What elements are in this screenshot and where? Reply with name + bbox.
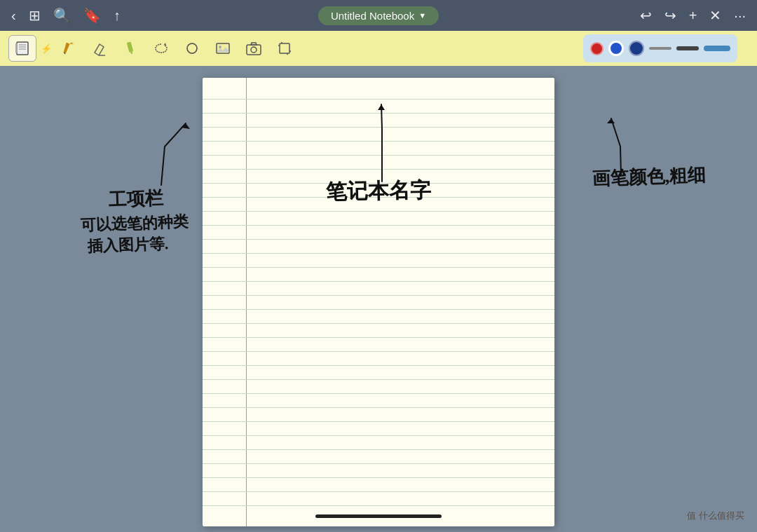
color-dark-line[interactable]: [676, 46, 699, 50]
toolbar-annotation-line2: 插入图片等.: [86, 235, 168, 255]
notebook-icon: [14, 40, 31, 57]
page-line: [203, 225, 554, 226]
highlighter-icon: [122, 40, 139, 57]
svg-rect-12: [247, 45, 261, 55]
share-button[interactable]: ↑: [114, 8, 121, 24]
watermark-text: 值 什么值得买: [687, 510, 744, 521]
page-line: [203, 253, 554, 254]
page-line: [203, 155, 554, 156]
lasso-icon: [153, 40, 170, 57]
color-blue[interactable]: [608, 41, 624, 56]
page-line: [203, 281, 554, 282]
tool-notebook[interactable]: [8, 35, 36, 62]
page-line: [203, 99, 554, 100]
page-line: [203, 141, 554, 142]
header-left-nav: ‹ ⊞ 🔍 🔖 ↑: [11, 7, 121, 24]
svg-marker-21: [607, 118, 615, 123]
camera-icon: [245, 40, 262, 57]
page-line: [203, 463, 554, 464]
bookmark-button[interactable]: 🔖: [83, 7, 101, 24]
svg-point-11: [219, 46, 221, 48]
page-line: [203, 477, 554, 478]
svg-rect-7: [127, 42, 133, 53]
eraser-icon: [91, 40, 108, 57]
page-line: [203, 393, 554, 394]
page-line: [203, 407, 554, 408]
svg-point-13: [251, 47, 257, 53]
add-button[interactable]: +: [689, 8, 697, 24]
page-line: [203, 351, 554, 352]
redo-button[interactable]: ↪: [664, 7, 676, 24]
svg-marker-19: [181, 123, 190, 129]
tool-camera[interactable]: [240, 35, 268, 62]
page-line: [203, 337, 554, 338]
more-button[interactable]: ···: [734, 8, 746, 24]
image-icon: [214, 40, 231, 57]
crop-icon: [276, 40, 293, 57]
notebook-title-button[interactable]: Untitled Notebook ▼: [318, 6, 439, 25]
page-line: [203, 421, 554, 422]
tool-crop[interactable]: [271, 35, 299, 62]
page-line: [203, 267, 554, 268]
notebook-page[interactable]: [203, 78, 554, 526]
back-button[interactable]: ‹: [11, 8, 16, 24]
svg-rect-14: [280, 43, 289, 53]
grid-button[interactable]: ⊞: [29, 7, 41, 24]
page-line: [203, 323, 554, 324]
tool-lasso[interactable]: [147, 35, 175, 62]
page-line: [203, 211, 554, 212]
chevron-down-icon: ▼: [418, 11, 426, 20]
page-bottom-bar: [315, 514, 442, 518]
page-line: [203, 183, 554, 184]
page-margin-line: [246, 78, 247, 526]
notebook-title-text: Untitled Notebook: [331, 10, 414, 22]
toolbar: ⚡: [0, 31, 757, 66]
tool-shapes[interactable]: [178, 35, 206, 62]
undo-button[interactable]: ↩: [640, 7, 652, 24]
bluetooth-indicator: ⚡: [41, 43, 52, 54]
toolbar-annotation-line1: 可以选笔的种类: [80, 213, 189, 234]
header-bar: ‹ ⊞ 🔍 🔖 ↑ Untitled Notebook ▼ ↩ ↪ + ✕ ··…: [0, 0, 757, 31]
page-line: [203, 449, 554, 450]
page-line: [203, 197, 554, 198]
shapes-icon: [184, 40, 200, 57]
page-line: [203, 505, 554, 506]
tool-eraser[interactable]: [86, 35, 114, 62]
header-center: Untitled Notebook ▼: [318, 6, 439, 25]
page-line: [203, 127, 554, 128]
page-line: [203, 379, 554, 380]
page-line: [203, 309, 554, 310]
page-line: [203, 239, 554, 240]
color-palette: [583, 34, 737, 62]
watermark: 值 什么值得买: [687, 510, 744, 522]
page-line: [203, 113, 554, 114]
tool-highlighter[interactable]: [116, 35, 144, 62]
page-line: [203, 435, 554, 436]
pen-icon: [60, 40, 77, 57]
color-gray-line[interactable]: [649, 47, 671, 50]
page-line: [203, 491, 554, 492]
page-lines: [203, 78, 554, 526]
header-right-nav: ↩ ↪ + ✕ ···: [640, 7, 746, 24]
search-button[interactable]: 🔍: [53, 7, 71, 24]
page-line: [203, 295, 554, 296]
pen-color-annotation: 画笔颜色,粗细: [592, 164, 706, 189]
svg-rect-4: [15, 43, 18, 53]
color-red[interactable]: [590, 42, 603, 55]
svg-rect-0: [17, 42, 28, 55]
tool-pen[interactable]: [55, 35, 83, 62]
color-dark-blue[interactable]: [629, 41, 644, 56]
page-line: [203, 365, 554, 366]
toolbar-annotation-label: 工项栏: [108, 188, 164, 210]
tool-image[interactable]: [209, 35, 237, 62]
main-area: 工项栏 可以选笔的种类 插入图片等. 笔记本名字 画笔颜色,粗细: [0, 66, 757, 532]
close-button[interactable]: ✕: [709, 7, 721, 24]
page-line: [203, 169, 554, 170]
color-blue-line[interactable]: [704, 46, 730, 51]
